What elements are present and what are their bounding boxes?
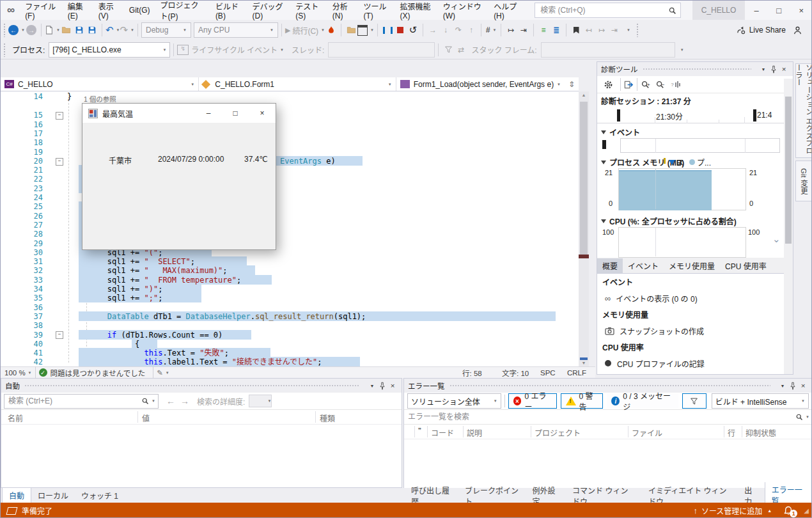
- column-value[interactable]: 値: [142, 412, 150, 423]
- menu-build[interactable]: ビルド(B): [210, 1, 247, 20]
- close-icon[interactable]: ×: [779, 65, 789, 73]
- errors-filter-button[interactable]: ×0 エラー: [508, 393, 557, 409]
- menu-edit[interactable]: 編集(E): [63, 1, 93, 20]
- indent-increase-button[interactable]: ≣: [550, 22, 563, 38]
- column-description[interactable]: 説明: [467, 427, 482, 438]
- close-icon[interactable]: ×: [387, 382, 398, 389]
- scope-dropdown[interactable]: ソリューション全体▼: [407, 393, 501, 409]
- reset-view-chart-icon[interactable]: ?: [671, 81, 680, 88]
- window-maximize-button[interactable]: □: [768, 1, 790, 20]
- redo-button[interactable]: ↷▼: [120, 22, 134, 38]
- quick-search-input[interactable]: [539, 5, 668, 15]
- continue-button[interactable]: ▶続行(C)▼: [285, 22, 325, 38]
- source-control-menu-caret-icon[interactable]: ▲: [767, 508, 772, 513]
- debugbar-grip[interactable]: [3, 43, 6, 57]
- column-line[interactable]: 行: [728, 427, 735, 438]
- sidebar-tab-solution-explorer[interactable]: ソリューション エクスプローラー: [795, 63, 812, 158]
- filter-settings-button[interactable]: [682, 393, 707, 409]
- code-line[interactable]: sql1 += ")";: [52, 285, 162, 294]
- diagnostics-scrollbar[interactable]: [784, 79, 793, 374]
- restart-button[interactable]: ↺: [407, 22, 419, 38]
- menu-test[interactable]: テスト(S): [290, 1, 327, 20]
- column-project[interactable]: プロジェクト: [535, 427, 581, 438]
- tab-cpu-usage[interactable]: CPU 使用率: [720, 258, 772, 273]
- pin-icon[interactable]: [377, 382, 387, 390]
- window-position-dropdown-icon[interactable]: ▼: [758, 67, 769, 72]
- menu-window[interactable]: ウィンドウ(W): [438, 1, 488, 20]
- step-over-button[interactable]: ↷: [452, 22, 465, 38]
- code-line[interactable]: sql1 += ";";: [52, 294, 162, 302]
- code-line[interactable]: DataTable dTb1 = DatabaseHelper.sql_resu…: [52, 312, 366, 321]
- tab-autos[interactable]: 自動: [2, 488, 31, 503]
- events-track[interactable]: [620, 138, 780, 153]
- notifications-button[interactable]: 1: [783, 506, 793, 516]
- window-position-dropdown-icon[interactable]: ▼: [367, 384, 377, 388]
- cpu-chart[interactable]: [618, 227, 746, 258]
- select-to-cursor-button[interactable]: ⇥: [517, 22, 530, 38]
- browser-window-button[interactable]: ▼: [357, 22, 374, 38]
- save-all-button[interactable]: [86, 22, 98, 38]
- toolbar-grip[interactable]: [3, 23, 6, 37]
- editor-vertical-scrollbar[interactable]: ▲ ▼: [579, 91, 589, 366]
- take-snapshot-link[interactable]: スナップショットの作成: [597, 322, 792, 340]
- autos-search-input[interactable]: [7, 396, 141, 406]
- form-minimize-button[interactable]: –: [195, 104, 222, 123]
- code-line[interactable]: this.label1.Text = "接続できませんでした";: [52, 357, 322, 366]
- code-line[interactable]: }: [67, 92, 72, 101]
- resize-grip[interactable]: ◢: [804, 507, 809, 514]
- menu-debug[interactable]: デバッグ(D): [247, 1, 290, 20]
- column-flag-icon[interactable]: ❞: [418, 427, 421, 434]
- settings-gear-icon[interactable]: [604, 80, 613, 90]
- app-form-window[interactable]: 最高気温 – □ × 千葉市 2024/07/29 0:00:00 37.4℃: [82, 103, 276, 250]
- quick-search-box[interactable]: [535, 3, 680, 18]
- column-file[interactable]: ファイル: [632, 427, 662, 438]
- export-icon[interactable]: [624, 80, 634, 90]
- search-depth-dropdown[interactable]: ▼: [249, 395, 272, 407]
- menu-analyze[interactable]: 分析(N): [327, 1, 359, 20]
- warnings-filter-button[interactable]: 0 警告: [561, 393, 604, 409]
- autos-body[interactable]: [1, 425, 402, 487]
- menu-file[interactable]: ファイル(F): [20, 1, 63, 20]
- code-line[interactable]: sql1 += " SELECT";: [52, 257, 195, 266]
- zoom-out-icon[interactable]: −: [655, 80, 665, 89]
- code-cleanup-button[interactable]: #▼: [485, 22, 497, 38]
- form-close-button[interactable]: ×: [249, 104, 276, 123]
- pin-icon[interactable]: [788, 382, 798, 390]
- process-dropdown[interactable]: [796] C_HELLO.exe▼: [49, 42, 170, 58]
- session-timeline-ruler[interactable]: 21:30分 21:4: [597, 108, 784, 123]
- step-into-button[interactable]: ↓: [439, 22, 452, 38]
- error-list-header[interactable]: エラー一覧 ▼ ×: [404, 379, 812, 393]
- save-button[interactable]: [73, 22, 86, 38]
- step-out-button[interactable]: ↑: [465, 22, 478, 38]
- menu-view[interactable]: 表示(V): [93, 1, 124, 20]
- hot-reload-button[interactable]: [325, 22, 338, 38]
- show-events-link[interactable]: ∞ イベントの表示 (0 の 0): [597, 290, 792, 307]
- lifecycle-events-label[interactable]: ライフサイクル イベント: [191, 44, 277, 55]
- fold-collapse-box[interactable]: −: [56, 112, 63, 120]
- next-bookmark-button[interactable]: ↦: [595, 22, 608, 38]
- scroll-down-arrow[interactable]: ▼: [579, 361, 589, 365]
- live-share-button[interactable]: Live Share: [737, 22, 786, 38]
- tab-summary[interactable]: 概要: [597, 258, 623, 273]
- menu-tools[interactable]: ツール(T): [358, 1, 394, 20]
- build-intellisense-dropdown[interactable]: ビルド + IntelliSense▼: [712, 393, 809, 409]
- diagnostics-header[interactable]: 診断ツール ▼ ×: [597, 62, 793, 76]
- thread-dropdown[interactable]: [328, 42, 435, 58]
- solution-configuration-dropdown[interactable]: Debug▼: [141, 22, 191, 38]
- zoom-level-dropdown[interactable]: 100 %: [4, 369, 26, 377]
- events-section-header[interactable]: イベント: [601, 127, 640, 137]
- scroll-up-arrow[interactable]: ▲: [579, 93, 589, 97]
- tab-events[interactable]: イベント: [623, 258, 664, 273]
- cpu-section-header[interactable]: CPU (%: 全プロセッサに占める割合): [601, 216, 737, 226]
- code-line[interactable]: sql1 += " MAX(maximum)";: [52, 266, 228, 275]
- find-in-files-button[interactable]: [345, 22, 357, 38]
- error-list-body[interactable]: [404, 439, 812, 488]
- tab-locals[interactable]: ローカル: [31, 488, 75, 503]
- flag-threads-icon[interactable]: [442, 42, 455, 58]
- project-dropdown[interactable]: C#C_HELLO▼: [1, 77, 199, 91]
- record-cpu-profile-link[interactable]: CPU プロファイルの記録: [597, 355, 792, 372]
- document-health-indicator[interactable]: 問題は見つかりませんでした: [51, 368, 146, 378]
- menu-project[interactable]: プロジェクト(P): [155, 0, 210, 21]
- stop-debugging-button[interactable]: [394, 22, 407, 38]
- close-icon[interactable]: ×: [798, 382, 808, 389]
